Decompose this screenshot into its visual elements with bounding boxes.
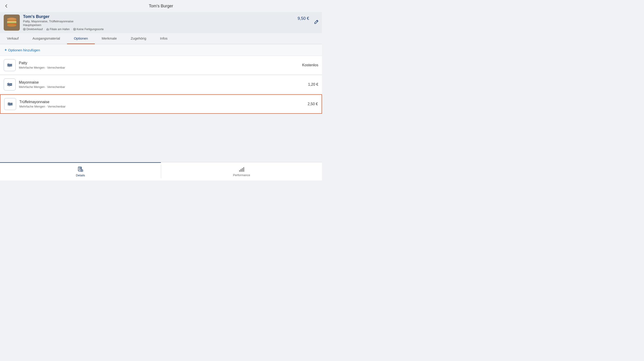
product-category: Hauptspeisen [23, 23, 294, 27]
tag-direktverkauf: Direktverkauf [23, 28, 43, 31]
svg-point-24 [11, 104, 12, 105]
svg-rect-3 [7, 22, 16, 23]
tab-merkmale[interactable]: Merkmale [95, 33, 124, 44]
option-name-trueffelmayonnaise: Trüffelmayonnaise [19, 100, 304, 104]
product-tags: Direktverkauf · Filiale am Hafen · Keine… [23, 28, 294, 31]
tab-ausgangsmaterial[interactable]: Ausgangsmaterial [26, 33, 67, 44]
option-icon-trueffelmayonnaise [4, 98, 16, 110]
option-details-patty: Patty Mehrfache Mengen · Verrechenbar [19, 61, 299, 69]
product-thumbnail [4, 14, 20, 30]
option-price-mayonnaise: 1,20 € [308, 82, 318, 86]
tab-optionen[interactable]: Optionen [67, 33, 95, 44]
add-option-label: Optionen hinzufügen [8, 48, 40, 52]
bottom-nav: Details Performance [0, 162, 322, 180]
svg-rect-35 [239, 170, 240, 172]
option-details-mayonnaise: Mayonnaise Mehrfache Mengen · Verrechenb… [19, 80, 305, 89]
option-details-trueffelmayonnaise: Trüffelmayonnaise Mehrfache Mengen · Ver… [19, 100, 304, 108]
product-price: 9,50 € [298, 16, 309, 21]
tab-zugehoerig[interactable]: Zugehörig [124, 33, 153, 44]
option-item-trueffelmayonnaise[interactable]: Trüffelmayonnaise Mehrfache Mengen · Ver… [0, 94, 322, 114]
option-name-patty: Patty [19, 61, 299, 65]
svg-rect-36 [240, 169, 242, 172]
option-item-patty[interactable]: Patty Mehrfache Mengen · Verrechenbar Ko… [0, 56, 322, 74]
option-meta-mayonnaise: Mehrfache Mengen · Verrechenbar [19, 85, 305, 89]
content-area: + Optionen hinzufügen Patty Mehrfache Me… [0, 44, 322, 114]
header-title: Tom's Burger [149, 4, 173, 8]
svg-point-10 [8, 64, 9, 65]
svg-rect-37 [242, 168, 243, 172]
product-info: Tom's Burger Patty, Mayonnaise, Trüffelm… [23, 14, 294, 31]
option-name-mayonnaise: Mayonnaise [19, 80, 305, 84]
svg-rect-30 [79, 170, 80, 170]
back-button[interactable] [4, 4, 9, 8]
svg-point-22 [8, 103, 10, 104]
product-bar: Tom's Burger Patty, Mayonnaise, Trüffelm… [0, 12, 322, 33]
tag-fertigungssorte: Keine Fertigungssorte [73, 28, 104, 31]
add-option-button[interactable]: + Optionen hinzufügen [0, 44, 45, 56]
option-icon-mayonnaise [4, 78, 16, 90]
svg-rect-2 [7, 21, 16, 22]
product-ingredients: Patty, Mayonnaise, Trüffelmayonnaise [23, 20, 294, 23]
edit-button[interactable] [314, 20, 319, 26]
svg-point-18 [10, 84, 12, 85]
tabs-bar: Verkauf Ausgangsmaterial Optionen Merkma… [0, 33, 322, 44]
nav-performance[interactable]: Performance [161, 162, 322, 180]
svg-point-14 [9, 66, 10, 67]
option-price-patty: Kostenlos [302, 63, 318, 67]
option-icon-patty [4, 59, 16, 71]
svg-point-7 [24, 29, 25, 30]
svg-point-26 [9, 104, 10, 106]
tab-verkauf[interactable]: Verkauf [0, 33, 26, 44]
nav-details[interactable]: Details [0, 162, 161, 180]
svg-rect-29 [79, 168, 82, 169]
nav-details-label: Details [76, 174, 85, 177]
option-item-mayonnaise[interactable]: Mayonnaise Mehrfache Mengen · Verrechenb… [0, 75, 322, 94]
svg-point-5 [7, 24, 16, 27]
option-price-trueffelmayonnaise: 2,50 € [308, 102, 318, 106]
plus-icon: + [4, 48, 7, 52]
option-meta-patty: Mehrfache Mengen · Verrechenbar [19, 66, 299, 69]
svg-point-16 [8, 83, 9, 84]
svg-point-20 [9, 85, 10, 86]
tab-infos[interactable]: Infos [153, 33, 174, 44]
header: Tom's Burger [0, 0, 322, 12]
option-meta-trueffelmayonnaise: Mehrfache Mengen · Verrechenbar [19, 105, 304, 108]
svg-rect-38 [243, 167, 244, 172]
svg-point-12 [10, 65, 12, 66]
nav-performance-label: Performance [233, 173, 250, 177]
tag-filiale: Filiale am Hafen [46, 28, 70, 31]
svg-rect-28 [79, 168, 82, 168]
product-name: Tom's Burger [23, 14, 294, 19]
svg-point-1 [7, 18, 16, 20]
